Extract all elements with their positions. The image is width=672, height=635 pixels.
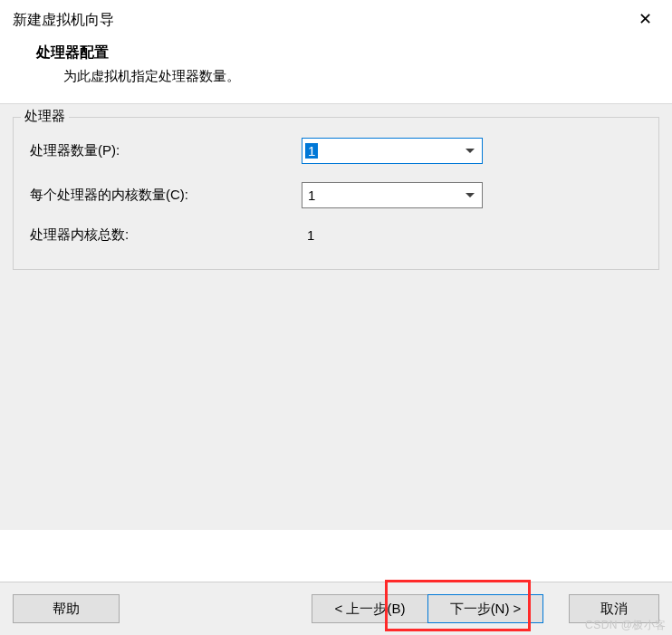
next-button[interactable]: 下一步(N) >: [427, 594, 543, 623]
cores-label: 每个处理器的内核数量(C):: [30, 187, 302, 204]
processors-value: 1: [305, 143, 318, 159]
processors-label: 处理器数量(P):: [30, 142, 302, 159]
cancel-button[interactable]: 取消: [569, 594, 659, 623]
processors-combo[interactable]: 1: [302, 138, 483, 164]
total-cores-label: 处理器内核总数:: [30, 226, 302, 244]
page-subtitle: 为此虚拟机指定处理器数量。: [36, 68, 658, 85]
groupbox-label: 处理器: [21, 108, 69, 125]
chevron-down-icon: [466, 193, 475, 197]
close-icon[interactable]: ✕: [632, 11, 658, 27]
window-title: 新建虚拟机向导: [13, 11, 114, 30]
help-button[interactable]: 帮助: [13, 594, 120, 623]
cores-combo[interactable]: 1: [302, 182, 483, 208]
back-button[interactable]: < 上一步(B): [312, 594, 427, 623]
processor-groupbox: 处理器 处理器数量(P): 1 每个处理器的内核数量(C): 1 处理器内核总数…: [13, 117, 659, 270]
wizard-footer: 帮助 < 上一步(B) 下一步(N) > 取消: [0, 582, 672, 635]
page-title: 处理器配置: [36, 43, 658, 63]
wizard-header: 处理器配置 为此虚拟机指定处理器数量。: [0, 33, 672, 103]
cores-value: 1: [308, 188, 315, 203]
chevron-down-icon: [466, 149, 475, 153]
total-cores-value: 1: [302, 227, 314, 243]
